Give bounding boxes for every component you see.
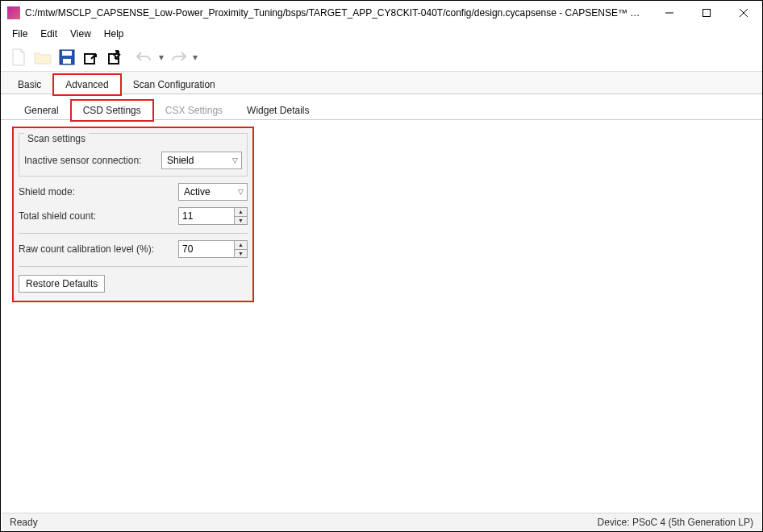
total-shield-label: Total shield count: — [19, 210, 178, 222]
maximize-button[interactable] — [688, 1, 725, 25]
spin-up-icon[interactable]: ▲ — [235, 241, 247, 250]
status-device: Device: PSoC 4 (5th Generation LP) — [598, 517, 753, 528]
shield-mode-row: Shield mode: Active ▽ — [19, 183, 248, 201]
content-area: Scan settings Inactive sensor connection… — [1, 120, 762, 309]
inactive-sensor-label: Inactive sensor connection: — [24, 155, 161, 166]
total-shield-input[interactable] — [179, 208, 234, 224]
minimize-button[interactable] — [651, 1, 688, 25]
sub-tab-row: General CSD Settings CSX Settings Widget… — [1, 96, 762, 120]
spin-down-icon[interactable]: ▼ — [235, 217, 247, 225]
menu-help[interactable]: Help — [98, 27, 131, 41]
import-button[interactable] — [80, 46, 102, 69]
open-file-button[interactable] — [31, 46, 54, 69]
total-shield-spinner[interactable]: ▲ ▼ — [178, 207, 248, 225]
window-controls — [651, 1, 762, 25]
svg-rect-1 — [703, 9, 711, 16]
close-button[interactable] — [725, 1, 762, 25]
inactive-sensor-row: Inactive sensor connection: Shield ▽ — [24, 152, 242, 169]
svg-rect-5 — [62, 51, 72, 56]
chevron-down-icon: ▽ — [232, 156, 238, 164]
scan-settings-title: Scan settings — [24, 133, 89, 144]
restore-defaults-button[interactable]: Restore Defaults — [19, 275, 105, 293]
menubar: File Edit View Help — [1, 25, 762, 43]
titlebar: C:/mtw/MSCLP_CAPSENSE_Low-Power_Proximit… — [1, 1, 762, 25]
menu-edit[interactable]: Edit — [34, 27, 64, 41]
inactive-sensor-select[interactable]: Shield ▽ — [161, 152, 242, 169]
shield-mode-value: Active — [184, 186, 211, 197]
raw-count-spinner[interactable]: ▲ ▼ — [178, 240, 248, 258]
chevron-down-icon: ▽ — [238, 188, 244, 196]
shield-mode-label: Shield mode: — [19, 186, 178, 197]
window-title: C:/mtw/MSCLP_CAPSENSE_Low-Power_Proximit… — [25, 7, 651, 19]
svg-rect-7 — [85, 54, 94, 64]
raw-count-label: Raw count calibration level (%): — [19, 243, 178, 255]
raw-count-row: Raw count calibration level (%): ▲ ▼ — [19, 240, 248, 258]
divider — [19, 233, 248, 234]
redo-button[interactable] — [167, 46, 190, 69]
tab-scan-configuration[interactable]: Scan Configuration — [121, 74, 227, 94]
sub-tab-general[interactable]: General — [12, 100, 71, 120]
undo-dropdown-icon[interactable]: ▾ — [157, 52, 165, 63]
status-ready: Ready — [10, 517, 38, 528]
spin-up-icon[interactable]: ▲ — [235, 208, 247, 217]
sub-tab-widget-details[interactable]: Widget Details — [235, 100, 321, 120]
app-icon — [7, 6, 20, 19]
save-button[interactable] — [56, 46, 78, 69]
redo-dropdown-icon[interactable]: ▾ — [191, 52, 199, 63]
svg-rect-6 — [63, 59, 71, 64]
menu-file[interactable]: File — [6, 27, 34, 41]
statusbar: Ready Device: PSoC 4 (5th Generation LP) — [2, 513, 761, 530]
sub-tab-csd-settings[interactable]: CSD Settings — [71, 100, 153, 121]
shield-mode-select[interactable]: Active ▽ — [178, 183, 248, 201]
spin-down-icon[interactable]: ▼ — [235, 250, 247, 258]
menu-view[interactable]: View — [64, 27, 98, 41]
raw-count-input[interactable] — [179, 241, 234, 257]
sub-tab-csx-settings[interactable]: CSX Settings — [153, 100, 235, 120]
scan-settings-group: Scan settings Inactive sensor connection… — [19, 133, 248, 177]
export-button[interactable] — [104, 46, 127, 69]
tab-advanced[interactable]: Advanced — [53, 74, 120, 95]
new-file-button[interactable] — [7, 46, 30, 69]
main-tab-row: Basic Advanced Scan Configuration — [1, 72, 762, 94]
toolbar: ▾ ▾ — [1, 43, 762, 72]
divider — [19, 266, 248, 267]
total-shield-row: Total shield count: ▲ ▼ — [19, 207, 248, 225]
inactive-sensor-value: Shield — [167, 155, 194, 166]
tab-basic[interactable]: Basic — [6, 74, 53, 94]
undo-button[interactable] — [133, 46, 156, 69]
csd-settings-panel: Scan settings Inactive sensor connection… — [12, 127, 254, 302]
